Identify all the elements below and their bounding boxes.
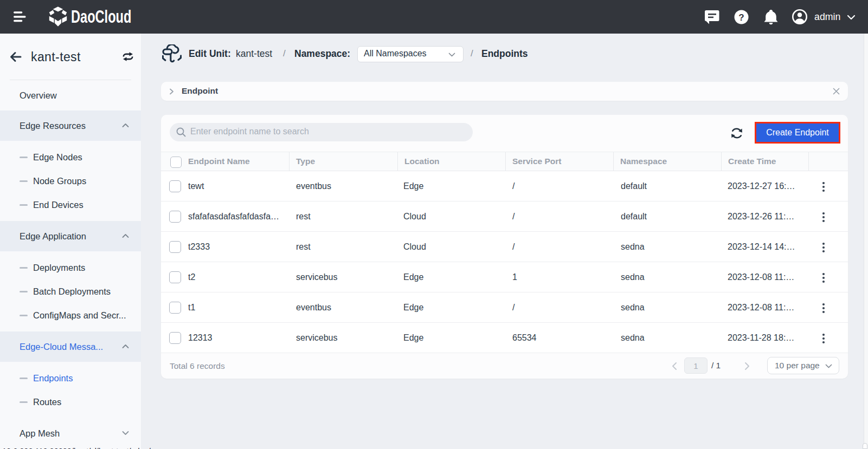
svg-text:?: ? bbox=[738, 12, 744, 23]
